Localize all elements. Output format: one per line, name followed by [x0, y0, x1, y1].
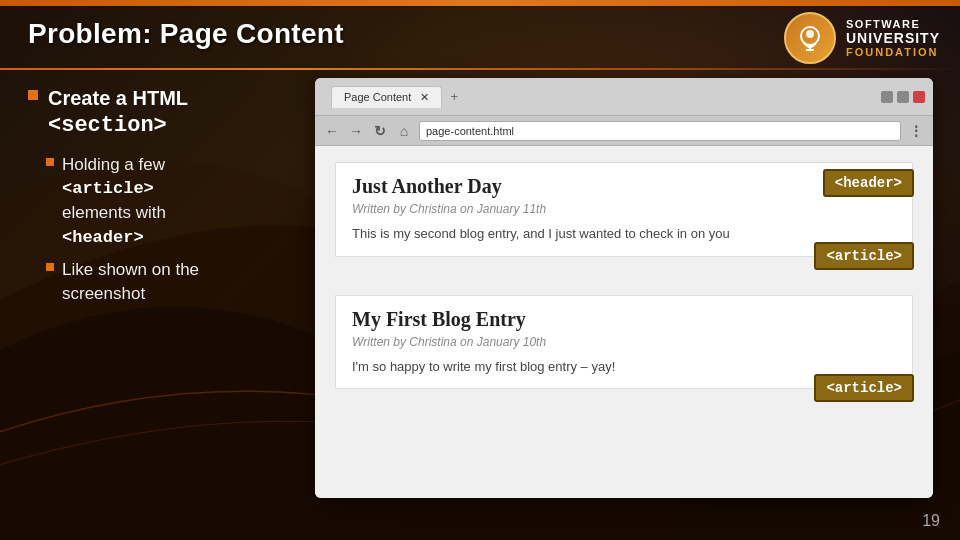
- menu-btn[interactable]: ⋮: [907, 122, 925, 140]
- logo-software: SOFTWARE: [846, 18, 940, 30]
- close-btn[interactable]: [913, 91, 925, 103]
- top-accent-bar: [0, 0, 960, 6]
- browser-mockup: Page Content ✕ + ← → ↻ ⌂ page-content.ht…: [315, 78, 933, 498]
- main-bullet-label: Create a HTML: [48, 87, 188, 109]
- logo-icon: [784, 12, 836, 64]
- back-btn[interactable]: ←: [323, 122, 341, 140]
- sub-bullets: Holding a few <article> elements with <h…: [46, 153, 308, 306]
- svg-point-2: [806, 30, 814, 38]
- article-2: My First Blog Entry Written by Christina…: [335, 295, 913, 390]
- sub2-prefix: Like shown on the: [62, 260, 199, 279]
- reload-btn[interactable]: ↻: [371, 122, 389, 140]
- header-annotation-text: <header>: [835, 175, 902, 191]
- article-2-annotation: <article>: [814, 374, 914, 402]
- home-btn[interactable]: ⌂: [395, 122, 413, 140]
- bullet-square-main: [28, 90, 38, 100]
- main-bullet: Create a HTML <section>: [28, 85, 308, 141]
- header-annotation: <header>: [823, 169, 914, 197]
- bullet-square-sub2: [46, 263, 54, 271]
- sub1-prefix: Holding a few: [62, 155, 165, 174]
- window-controls: [881, 91, 925, 103]
- logo-text: SOFTWARE UNIVERSITY FOUNDATION: [846, 18, 940, 58]
- article-2-meta: Written by Christina on January 10th: [352, 335, 896, 349]
- left-panel: Create a HTML <section> Holding a few <a…: [28, 85, 308, 313]
- slide-title: Problem: Page Content: [28, 18, 344, 50]
- sub-bullet-2-text: Like shown on the screenshot: [62, 258, 199, 306]
- browser-nav: ← → ↻ ⌂ page-content.html ⋮: [315, 116, 933, 146]
- forward-btn[interactable]: →: [347, 122, 365, 140]
- sub1-suffix: elements with: [62, 203, 166, 222]
- main-bullet-text: Create a HTML <section>: [48, 85, 188, 141]
- tab-area: Page Content ✕ +: [331, 85, 877, 108]
- article-1-annotation-text: <article>: [826, 248, 902, 264]
- minimize-btn[interactable]: [881, 91, 893, 103]
- browser-chrome: Page Content ✕ +: [315, 78, 933, 116]
- sub-bullet-2: Like shown on the screenshot: [46, 258, 308, 306]
- logo-university: UNIVERSITY: [846, 30, 940, 46]
- article-1-body: This is my second blog entry, and I just…: [352, 224, 896, 244]
- address-text: page-content.html: [426, 125, 514, 137]
- new-tab-btn[interactable]: +: [442, 85, 466, 108]
- address-bar[interactable]: page-content.html: [419, 121, 901, 141]
- sub1-tag: <article>: [62, 179, 154, 198]
- main-bullet-tag: <section>: [48, 113, 167, 138]
- sub1-tag2: <header>: [62, 228, 144, 247]
- article-2-annotation-text: <article>: [826, 380, 902, 396]
- article-2-body: I'm so happy to write my first blog entr…: [352, 357, 896, 377]
- sub-bullet-1-text: Holding a few <article> elements with <h…: [62, 153, 166, 250]
- bullet-square-sub1: [46, 158, 54, 166]
- article-1-title: Just Another Day: [352, 175, 896, 198]
- article-1-annotation: <article>: [814, 242, 914, 270]
- article-1: Just Another Day Written by Christina on…: [335, 162, 913, 257]
- sub-bullet-1: Holding a few <article> elements with <h…: [46, 153, 308, 250]
- logo-area: SOFTWARE UNIVERSITY FOUNDATION: [784, 12, 940, 64]
- browser-tab: Page Content ✕: [331, 86, 442, 108]
- logo-foundation: FOUNDATION: [846, 46, 940, 58]
- browser-content: Just Another Day Written by Christina on…: [315, 146, 933, 498]
- page-number: 19: [922, 512, 940, 530]
- article-1-meta: Written by Christina on January 11th: [352, 202, 896, 216]
- logo-svg: [795, 23, 825, 53]
- maximize-btn[interactable]: [897, 91, 909, 103]
- tab-label: Page Content: [344, 91, 411, 103]
- sub2-suffix: screenshot: [62, 284, 145, 303]
- article-2-title: My First Blog Entry: [352, 308, 896, 331]
- title-divider: [0, 68, 960, 70]
